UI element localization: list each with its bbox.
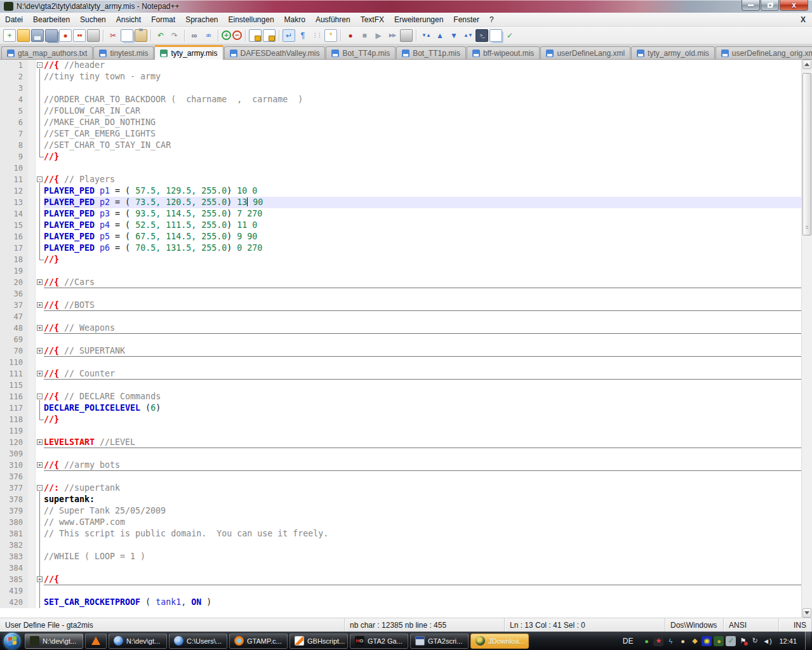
bookmark-margin[interactable] bbox=[28, 208, 36, 220]
bookmark-margin[interactable] bbox=[28, 357, 36, 368]
bookmark-margin[interactable] bbox=[28, 185, 36, 197]
paste-icon[interactable] bbox=[135, 29, 147, 42]
line-text[interactable] bbox=[44, 162, 801, 174]
fold-expand-icon[interactable]: + bbox=[36, 300, 44, 311]
taskbar-button-firefox[interactable]: GTAMP.c... bbox=[229, 633, 288, 649]
tuneup-icon[interactable]: ◆ bbox=[689, 636, 700, 646]
line-text[interactable]: //FOLLOW_CAR_IN_CAR bbox=[44, 105, 801, 117]
new-file-icon[interactable]: + bbox=[3, 29, 16, 42]
line-text[interactable]: //} bbox=[44, 151, 801, 162]
bookmark-margin[interactable] bbox=[28, 494, 36, 505]
bookmark-margin[interactable] bbox=[28, 311, 36, 322]
collapse-fold-icon[interactable]: ▼▲ bbox=[420, 29, 432, 42]
scroll-up-icon[interactable] bbox=[802, 60, 811, 69]
line-text[interactable] bbox=[44, 380, 801, 391]
line-text[interactable]: // Super Tank 25/05/2009 bbox=[44, 505, 801, 517]
line-text[interactable]: PLAYER_PED p4 = ( 52.5, 111.5, 255.0) 11… bbox=[44, 220, 801, 231]
network-status-icon[interactable]: ↻ bbox=[750, 636, 760, 646]
spell-check-icon[interactable]: ✓ bbox=[503, 29, 516, 42]
line-text[interactable]: LEVELSTART //LEVEL bbox=[44, 437, 801, 448]
save-icon[interactable] bbox=[31, 29, 44, 42]
taskbar-button-notepadpp[interactable]: N:\dev\gt... bbox=[25, 633, 83, 649]
bookmark-margin[interactable] bbox=[28, 460, 36, 471]
line-text[interactable] bbox=[44, 288, 801, 300]
tab-userdefinelang-xml[interactable]: userDefineLang.xml bbox=[540, 46, 630, 59]
bookmark-margin[interactable] bbox=[28, 334, 36, 345]
close-doc-icon[interactable]: ● bbox=[59, 29, 72, 42]
bookmark-margin[interactable] bbox=[28, 368, 36, 380]
sync-horizontal-scroll-icon[interactable] bbox=[263, 29, 276, 42]
word-wrap-icon[interactable]: ↵ bbox=[283, 29, 295, 42]
line-text[interactable] bbox=[44, 471, 801, 482]
tab-bot-tt1p-mis[interactable]: Bot_TT1p.mis bbox=[396, 46, 466, 59]
line-text[interactable]: //} bbox=[44, 414, 801, 425]
fold-expand-icon[interactable]: + bbox=[36, 345, 44, 357]
backup-icon[interactable]: ● bbox=[677, 636, 688, 646]
bookmark-margin[interactable] bbox=[28, 128, 36, 140]
zoom-in-icon[interactable]: + bbox=[222, 30, 231, 40]
bookmark-margin[interactable] bbox=[28, 162, 36, 174]
fold-collapse-icon[interactable]: - bbox=[36, 60, 44, 71]
fold-expand-icon[interactable]: + bbox=[36, 277, 44, 288]
bookmark-margin[interactable] bbox=[28, 220, 36, 231]
bookmark-margin[interactable] bbox=[28, 231, 36, 242]
print-icon[interactable] bbox=[87, 29, 100, 42]
line-text[interactable] bbox=[44, 585, 801, 597]
line-text[interactable]: PLAYER_PED p3 = ( 93.5, 114.5, 255.0) 7 … bbox=[44, 208, 801, 220]
line-text[interactable] bbox=[44, 425, 801, 437]
line-text[interactable]: //{ // DECLARE Commands bbox=[44, 391, 801, 402]
fold-up-icon[interactable]: ▲ bbox=[434, 29, 446, 42]
close-button[interactable]: x bbox=[780, 0, 808, 11]
menu-item-ausfhren[interactable]: Ausführen bbox=[310, 13, 356, 26]
bookmark-margin[interactable] bbox=[28, 437, 36, 448]
bookmark-margin[interactable] bbox=[28, 482, 36, 494]
macro-record-icon[interactable]: ● bbox=[344, 29, 357, 42]
fold-expand-icon[interactable]: + bbox=[36, 437, 44, 448]
line-text[interactable] bbox=[44, 334, 801, 345]
cut-icon[interactable]: ✂ bbox=[107, 29, 119, 42]
menu-item-datei[interactable]: Datei bbox=[0, 13, 28, 26]
line-text[interactable]: //tiny tiny town - army bbox=[44, 71, 801, 83]
macro-run-multi-icon[interactable]: ▶▶ bbox=[386, 29, 399, 42]
menu-item-suchen[interactable]: Suchen bbox=[75, 13, 111, 26]
bookmark-margin[interactable] bbox=[28, 60, 36, 71]
bookmark-margin[interactable] bbox=[28, 174, 36, 185]
line-text[interactable] bbox=[44, 311, 801, 322]
bookmark-margin[interactable] bbox=[28, 551, 36, 562]
bookmark-margin[interactable] bbox=[28, 254, 36, 265]
menu-item-einstellungen[interactable]: Einstellungen bbox=[223, 13, 279, 26]
taskbar-button-explorer[interactable]: N:\dev\gt... bbox=[109, 633, 167, 649]
bookmark-margin[interactable] bbox=[28, 105, 36, 117]
line-text[interactable]: //{ //army bots bbox=[44, 460, 801, 471]
taskbar-button-vlc[interactable] bbox=[85, 633, 107, 649]
line-text[interactable] bbox=[44, 540, 801, 551]
bookmark-margin[interactable] bbox=[28, 402, 36, 414]
indent-guide-icon[interactable]: ⋮⋮ bbox=[310, 29, 323, 42]
menu-item-?[interactable]: ? bbox=[484, 13, 499, 26]
bookmark-margin[interactable] bbox=[28, 517, 36, 528]
bookmark-margin[interactable] bbox=[28, 528, 36, 540]
close-document-icon[interactable]: X bbox=[801, 15, 806, 24]
scrollbar-thumb[interactable] bbox=[802, 73, 811, 235]
line-text[interactable]: //{ //header bbox=[44, 60, 801, 71]
vertical-scrollbar[interactable] bbox=[801, 60, 812, 618]
bookmark-margin[interactable] bbox=[28, 425, 36, 437]
bookmark-margin[interactable] bbox=[28, 197, 36, 208]
messenger-icon[interactable]: ● bbox=[641, 636, 651, 646]
undo-icon[interactable]: ↶ bbox=[154, 29, 167, 42]
tab-userdefinelang-orig-xml[interactable]: userDefineLang_orig.xml bbox=[715, 46, 812, 59]
sync-vertical-scroll-icon[interactable] bbox=[249, 29, 262, 42]
fold-expand-icon[interactable]: + bbox=[36, 574, 44, 585]
macro-save-icon[interactable] bbox=[400, 29, 413, 42]
expand-fold-icon[interactable]: ▲▼ bbox=[462, 29, 474, 42]
volume-icon[interactable]: ◄) bbox=[762, 636, 772, 646]
bookmark-margin[interactable] bbox=[28, 448, 36, 460]
bookmark-margin[interactable] bbox=[28, 345, 36, 357]
taskbar-button-gta2[interactable]: HGGTA2 Ga... bbox=[350, 633, 408, 649]
macro-play-icon[interactable]: ▶ bbox=[372, 29, 385, 42]
bookmark-margin[interactable] bbox=[28, 288, 36, 300]
line-text[interactable]: //WHILE ( LOOP = 1 ) bbox=[44, 551, 801, 562]
replace-icon[interactable]: ab bbox=[202, 29, 215, 42]
bookmark-margin[interactable] bbox=[28, 140, 36, 151]
fold-down-icon[interactable]: ▼ bbox=[448, 29, 460, 42]
